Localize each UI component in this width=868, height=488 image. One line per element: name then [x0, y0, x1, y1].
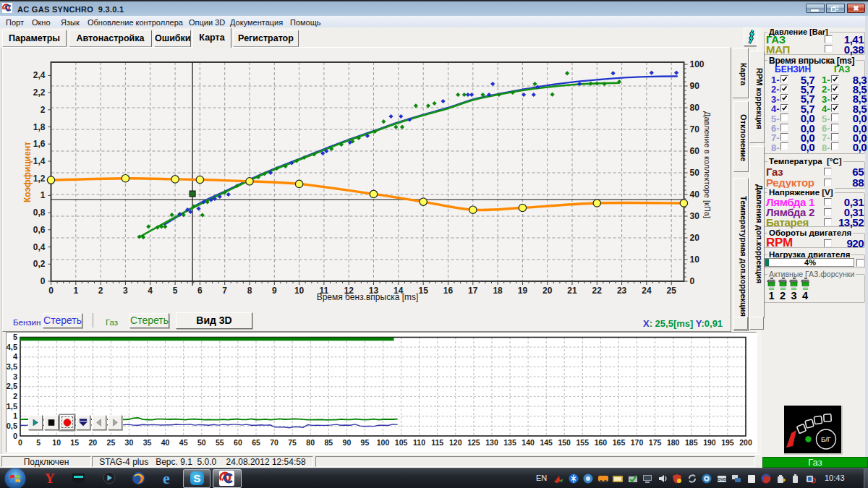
svg-text:16: 16 [443, 286, 454, 296]
svg-text:1,8: 1,8 [33, 122, 46, 132]
svg-text:0,5: 0,5 [7, 421, 17, 430]
svg-text:0: 0 [13, 432, 17, 440]
svg-text:4,5: 4,5 [7, 343, 17, 351]
svg-text:55: 55 [216, 438, 224, 447]
svg-text:4: 4 [13, 352, 18, 361]
svg-text:6: 6 [197, 286, 203, 296]
svg-text:20: 20 [88, 438, 97, 447]
svg-text:1: 1 [73, 286, 78, 296]
svg-text:DVD: DVD [717, 477, 726, 481]
svg-text:5: 5 [36, 438, 41, 447]
svg-text:25: 25 [667, 286, 677, 296]
svg-text:75: 75 [288, 438, 297, 447]
svg-text:1,6: 1,6 [33, 139, 46, 149]
svg-text:35: 35 [143, 438, 152, 447]
svg-text:30: 30 [125, 438, 134, 447]
svg-text:125: 125 [467, 438, 480, 447]
svg-text:18: 18 [493, 286, 503, 296]
svg-text:8: 8 [247, 286, 252, 296]
svg-text:21: 21 [567, 286, 577, 296]
svg-text:0,8: 0,8 [33, 207, 46, 218]
svg-text:17: 17 [468, 286, 478, 296]
svg-text:100: 100 [377, 438, 390, 447]
svg-text:40: 40 [161, 438, 170, 447]
svg-text:2: 2 [98, 286, 103, 296]
svg-text:155: 155 [576, 438, 590, 447]
svg-text:2,4: 2,4 [33, 70, 46, 80]
svg-text:110: 110 [413, 438, 425, 447]
svg-text:7: 7 [222, 286, 227, 296]
svg-text:10: 10 [294, 286, 305, 296]
svg-text:25: 25 [107, 438, 116, 447]
svg-text:65: 65 [252, 438, 260, 447]
svg-text:195: 195 [721, 438, 734, 447]
svg-text:Б/Г: Б/Г [821, 435, 831, 443]
svg-text:145: 145 [540, 438, 553, 447]
svg-text:200: 200 [739, 438, 752, 447]
svg-text:160: 160 [595, 438, 608, 447]
svg-text:190: 190 [703, 438, 716, 447]
svg-text:19: 19 [518, 286, 528, 296]
svg-text:2: 2 [13, 392, 17, 401]
svg-text:115: 115 [431, 438, 443, 447]
svg-text:Коэффициент: Коэффициент [22, 142, 33, 202]
svg-text:70: 70 [270, 438, 278, 447]
svg-text:Давление в коллекторе [кПа]: Давление в коллекторе [кПа] [703, 111, 712, 218]
svg-text:2,5: 2,5 [7, 382, 17, 390]
svg-text:50: 50 [690, 168, 700, 178]
svg-text:0: 0 [48, 286, 54, 296]
svg-text:60: 60 [234, 438, 242, 447]
svg-text:4: 4 [148, 286, 153, 296]
svg-text:80: 80 [690, 103, 700, 113]
svg-text:120: 120 [449, 438, 462, 447]
svg-text:5: 5 [173, 286, 178, 296]
svg-text:80: 80 [306, 438, 315, 447]
svg-text:60: 60 [690, 146, 700, 156]
svg-text:24: 24 [642, 286, 652, 296]
svg-text:5: 5 [13, 333, 17, 341]
svg-text:30: 30 [690, 211, 700, 221]
svg-text:130: 130 [485, 438, 498, 447]
svg-text:1,5: 1,5 [7, 402, 17, 411]
svg-text:170: 170 [631, 438, 644, 447]
svg-text:1,4: 1,4 [33, 156, 46, 166]
svg-text:0,2: 0,2 [33, 259, 46, 269]
svg-text:1: 1 [13, 411, 17, 420]
svg-text:140: 140 [522, 438, 535, 447]
svg-text:105: 105 [395, 438, 408, 447]
svg-text:10: 10 [52, 438, 61, 447]
svg-text:22: 22 [592, 286, 603, 296]
svg-text:20: 20 [542, 286, 553, 296]
svg-text:15: 15 [419, 286, 429, 296]
svg-text:10: 10 [690, 254, 700, 265]
svg-text:3: 3 [123, 286, 128, 296]
svg-text:150: 150 [558, 438, 571, 447]
svg-text:185: 185 [685, 438, 698, 447]
svg-text:2,2: 2,2 [33, 87, 46, 98]
svg-text:0,4: 0,4 [33, 242, 46, 252]
svg-text:0: 0 [690, 276, 695, 286]
svg-text:0: 0 [41, 276, 46, 286]
svg-text:40: 40 [690, 189, 700, 200]
svg-text:45: 45 [179, 438, 188, 447]
svg-text:90: 90 [690, 81, 700, 91]
svg-text:1: 1 [41, 190, 46, 200]
svg-text:1,2: 1,2 [33, 174, 46, 184]
svg-text:175: 175 [649, 438, 662, 447]
svg-text:0: 0 [18, 438, 22, 447]
svg-text:180: 180 [667, 438, 680, 447]
svg-text:20: 20 [690, 233, 700, 243]
svg-text:50: 50 [197, 438, 206, 447]
svg-text:Время бенз.впрыска [ms]: Время бенз.впрыска [ms] [317, 292, 419, 302]
svg-text:23: 23 [617, 286, 627, 296]
svg-text:3: 3 [13, 372, 17, 381]
svg-text:165: 165 [613, 438, 626, 447]
svg-text:0,6: 0,6 [33, 225, 46, 235]
svg-text:2: 2 [41, 105, 46, 115]
svg-text:95: 95 [361, 438, 370, 447]
svg-text:9: 9 [272, 286, 277, 296]
svg-text:70: 70 [690, 124, 700, 134]
svg-text:90: 90 [343, 438, 352, 447]
svg-text:135: 135 [503, 438, 516, 447]
svg-text:15: 15 [70, 438, 79, 447]
